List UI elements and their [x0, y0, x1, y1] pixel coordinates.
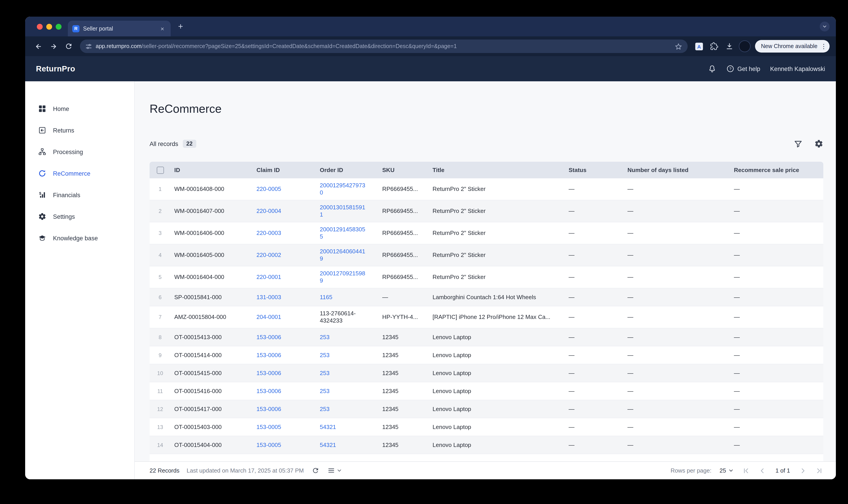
cell-days-listed: — [624, 348, 730, 362]
translate-button[interactable]: A [692, 39, 706, 53]
bookmark-star-icon[interactable] [674, 42, 682, 50]
table-row[interactable]: 14OT-00015404-000153-00055432112345Lenov… [149, 436, 823, 454]
order-id-link[interactable]: 200012914583055 [320, 226, 366, 240]
rows-per-page-select[interactable]: 25 [720, 467, 734, 474]
close-traffic-light[interactable] [37, 23, 43, 30]
tab-strip: R Seller portal × + [25, 17, 836, 36]
claim-id-link[interactable]: 220-0004 [256, 208, 281, 214]
table-row[interactable]: 6SP-00015841-000131-00031165—Lamborghini… [149, 288, 823, 306]
table-row[interactable]: 5WM-00016404-000220-0001200012709215989R… [149, 266, 823, 288]
first-page-button[interactable] [742, 467, 750, 474]
select-all-checkbox[interactable] [157, 166, 164, 174]
downloads-button[interactable] [723, 39, 736, 53]
table-row[interactable]: 7AMZ-00015804-000204-0001113-2760614-432… [149, 306, 823, 328]
table-row-partial [149, 454, 823, 461]
table-row[interactable]: 13OT-00015403-000153-00055432112345Lenov… [149, 418, 823, 436]
sidebar-item-financials[interactable]: $Financials [25, 185, 134, 205]
cell-sale-price: — [730, 182, 823, 196]
table-row[interactable]: 12OT-00015417-000153-000625312345Lenovo … [149, 400, 823, 418]
forward-button[interactable] [47, 39, 60, 53]
claim-id-link[interactable]: 220-0002 [256, 252, 281, 258]
claim-id-link[interactable]: 153-0006 [256, 352, 281, 358]
url-bar[interactable]: app.returnpro.com/seller-portal/recommer… [80, 39, 688, 53]
get-help-button[interactable]: ? Get help [726, 65, 760, 73]
claim-id-link[interactable]: 153-0006 [256, 334, 281, 340]
next-page-button[interactable] [799, 467, 807, 474]
browser-window: R Seller portal × + [25, 17, 836, 479]
claim-id-link[interactable]: 153-0006 [256, 388, 281, 394]
claim-id-link[interactable]: 153-0005 [256, 424, 281, 430]
cell-status: — [565, 310, 624, 324]
column-header-sku[interactable]: SKU [379, 167, 429, 174]
column-header-status[interactable]: Status [565, 167, 624, 174]
table-settings-button[interactable] [814, 139, 823, 148]
site-info-icon[interactable] [85, 43, 92, 50]
previous-page-button[interactable] [758, 467, 766, 474]
claim-id-link[interactable]: 153-0006 [256, 406, 281, 412]
tab-close-icon[interactable]: × [159, 25, 166, 32]
cell-id: OT-00015413-000 [171, 330, 253, 344]
user-menu[interactable]: Kenneth Kapalowski [770, 65, 825, 72]
column-header-claim-id[interactable]: Claim ID [253, 167, 316, 174]
sidebar-item-recommerce[interactable]: ReCommerce [25, 163, 134, 184]
user-name: Kenneth Kapalowski [770, 65, 825, 72]
extensions-button[interactable] [707, 39, 721, 53]
claim-id-link[interactable]: 153-0006 [256, 370, 281, 376]
refresh-button[interactable] [312, 467, 320, 474]
column-header-recommerce-sale-price[interactable]: Recommerce sale price [730, 167, 823, 174]
cell-order-id: 200012954279730 [316, 178, 379, 200]
order-id-link[interactable]: 253 [320, 406, 329, 413]
order-id-link[interactable]: 200012640604419 [320, 248, 366, 262]
filter-button[interactable] [794, 139, 802, 148]
order-id-link[interactable]: 54321 [320, 424, 336, 431]
claim-id-link[interactable]: 204-0001 [256, 313, 281, 320]
column-header-title[interactable]: Title [429, 167, 565, 174]
row-number: 6 [149, 290, 171, 304]
chrome-update-button[interactable]: New Chrome available ⋮ [755, 40, 830, 53]
table-row[interactable]: 9OT-00015414-000153-000625312345Lenovo L… [149, 346, 823, 364]
order-id-link[interactable]: 200012954279730 [320, 182, 366, 196]
claim-id-link[interactable]: 131-0003 [256, 293, 281, 300]
cell-status: — [565, 330, 624, 344]
claim-id-link[interactable]: 153-0005 [256, 441, 281, 448]
order-id-link[interactable]: 1165 [320, 293, 332, 301]
order-id-link[interactable]: 253 [320, 352, 329, 359]
density-button[interactable] [328, 467, 342, 474]
browser-tab[interactable]: R Seller portal × [68, 21, 171, 36]
sidebar-item-home[interactable]: Home [25, 98, 134, 119]
table-row[interactable]: 3WM-00016406-000220-0003200012914583055R… [149, 222, 823, 244]
order-id-link[interactable]: 253 [320, 370, 329, 377]
back-button[interactable] [32, 39, 45, 53]
table-row[interactable]: 10OT-00015415-000153-000625312345Lenovo … [149, 364, 823, 382]
last-page-button[interactable] [815, 467, 823, 474]
order-id-link[interactable]: 253 [320, 388, 329, 395]
table-row[interactable]: 2WM-00016407-000220-0004200013015815911R… [149, 200, 823, 222]
column-header-number-of-days-listed[interactable]: Number of days listed [624, 167, 730, 174]
notifications-button[interactable] [708, 65, 716, 73]
order-id-link[interactable]: 54321 [320, 441, 336, 449]
table-row[interactable]: 11OT-00015416-000153-000625312345Lenovo … [149, 382, 823, 400]
order-id-link[interactable]: 200012709215989 [320, 270, 366, 284]
zoom-traffic-light[interactable] [56, 23, 61, 30]
table-row[interactable]: 4WM-00016405-000220-0002200012640604419R… [149, 244, 823, 266]
order-id-link[interactable]: 253 [320, 334, 329, 341]
profile-avatar[interactable] [739, 40, 751, 52]
cell-days-listed: — [624, 204, 730, 218]
reload-button[interactable] [62, 39, 75, 53]
browser-menu-icon[interactable]: ⋮ [820, 43, 827, 50]
claim-id-link[interactable]: 220-0003 [256, 230, 281, 236]
table-row[interactable]: 8OT-00015413-000153-000625312345Lenovo L… [149, 328, 823, 346]
claim-id-link[interactable]: 220-0005 [256, 185, 281, 192]
column-header-id[interactable]: ID [171, 167, 253, 174]
column-header-order-id[interactable]: Order ID [316, 167, 379, 174]
claim-id-link[interactable]: 220-0001 [256, 273, 281, 280]
sidebar-item-knowledge-base[interactable]: Knowledge base [25, 228, 134, 248]
new-tab-button[interactable]: + [174, 20, 187, 33]
minimize-traffic-light[interactable] [46, 23, 52, 30]
order-id-link[interactable]: 200013015815911 [320, 204, 366, 218]
sidebar-item-settings[interactable]: Settings [25, 206, 134, 227]
table-row[interactable]: 1WM-00016408-000220-0005200012954279730R… [149, 178, 823, 200]
sidebar-item-processing[interactable]: Processing [25, 142, 134, 162]
sidebar-item-returns[interactable]: Returns [25, 120, 134, 141]
tab-search-button[interactable] [820, 21, 830, 32]
